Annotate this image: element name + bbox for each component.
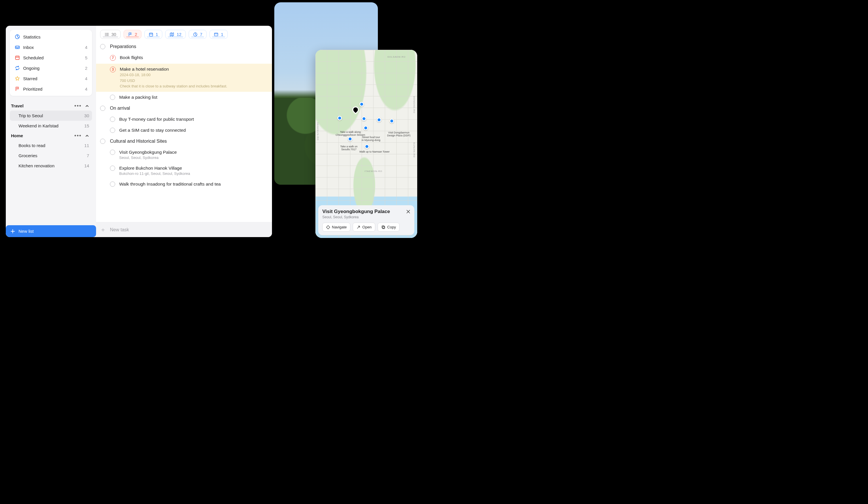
list-item[interactable]: Weekend in Karlstad15 bbox=[10, 121, 92, 131]
list-item[interactable]: Groceries7 bbox=[10, 151, 92, 161]
sidebar-nav-starred[interactable]: Starred4 bbox=[12, 73, 90, 84]
filter-chip-card[interactable]: 1 bbox=[209, 30, 227, 39]
section-title: Preparations bbox=[110, 44, 136, 49]
list-count: 30 bbox=[84, 113, 89, 118]
sync-icon bbox=[14, 65, 20, 71]
nav-card: StatisticsInbox4Scheduled5Ongoing2Starre… bbox=[10, 30, 92, 96]
list-name: Books to read bbox=[19, 143, 45, 148]
list-item[interactable]: Kitchen renovation14 bbox=[10, 161, 92, 171]
map-road-label: JAHAMUN-RO bbox=[317, 122, 319, 140]
task-checkbox[interactable] bbox=[110, 128, 115, 133]
map-road-label: ITAEWON-RO bbox=[364, 170, 382, 172]
task-row[interactable]: 3Make a hotel reservation2024-03-18, 18:… bbox=[96, 64, 272, 92]
section-checkbox[interactable] bbox=[100, 44, 105, 49]
map-detail-title: Visit Gyeongbokgung Palace bbox=[322, 209, 390, 214]
nav-label: Starred bbox=[23, 76, 37, 81]
task-date: 2024-03-18, 18:00 bbox=[120, 72, 268, 78]
section-header[interactable]: Preparations bbox=[96, 41, 272, 52]
task-row[interactable]: Walk through Insadong for traditional cr… bbox=[96, 179, 272, 190]
plus-icon: ＋ bbox=[100, 226, 106, 234]
chevron-up-icon[interactable] bbox=[85, 104, 89, 108]
navigate-label: Navigate bbox=[332, 225, 347, 229]
map-road-label: SOLSAEM-RO bbox=[388, 56, 406, 58]
chevron-up-icon[interactable] bbox=[85, 134, 89, 138]
chip-value: 30 bbox=[111, 32, 116, 37]
nav-label: Statistics bbox=[23, 34, 41, 39]
new-list-label: New list bbox=[19, 229, 34, 234]
sidebar-nav-statistics[interactable]: Statistics bbox=[12, 32, 90, 42]
section-checkbox[interactable] bbox=[100, 106, 105, 111]
task-title: Explore Bukchon Hanok Village bbox=[119, 165, 268, 171]
open-button[interactable]: Open bbox=[353, 223, 375, 232]
nav-count: 4 bbox=[85, 76, 87, 81]
navigate-button[interactable]: Navigate bbox=[322, 223, 350, 232]
open-icon bbox=[356, 225, 361, 229]
svg-rect-8 bbox=[214, 33, 218, 36]
filter-chip-list[interactable]: 30 bbox=[100, 30, 121, 39]
group-header-home[interactable]: Home••• bbox=[10, 131, 92, 140]
calendar-icon bbox=[149, 32, 153, 37]
map-pin[interactable] bbox=[364, 144, 369, 149]
task-checkbox[interactable] bbox=[110, 165, 115, 171]
flag-icon bbox=[128, 32, 133, 37]
sidebar-nav-scheduled[interactable]: Scheduled5 bbox=[12, 52, 90, 63]
copy-button[interactable]: Copy bbox=[378, 223, 400, 232]
task-title: Buy T-money card for public transport bbox=[119, 117, 268, 122]
map-pin[interactable] bbox=[390, 119, 394, 123]
task-row[interactable]: Buy T-money card for public transport bbox=[96, 114, 272, 125]
filter-chip-calendar[interactable]: 1 bbox=[144, 30, 162, 39]
section-title: On arrival bbox=[110, 106, 130, 111]
nav-label: Prioritized bbox=[23, 87, 42, 91]
task-checkbox[interactable] bbox=[110, 182, 115, 187]
task-row[interactable]: Visit Gyeongbokgung PalaceSeoul, Seoul, … bbox=[96, 147, 272, 163]
list-item[interactable]: Trip to Seoul30 bbox=[10, 111, 92, 121]
map-pin[interactable] bbox=[348, 137, 352, 141]
map-pin[interactable] bbox=[359, 102, 364, 107]
task-location: Bukchon-ro 11-gil, Seoul, Seoul, Sydkore… bbox=[119, 171, 268, 176]
task-list: Preparations7Book flights3Make a hotel r… bbox=[96, 41, 272, 222]
group-header-travel[interactable]: Travel••• bbox=[10, 101, 92, 111]
map-pin[interactable] bbox=[363, 125, 368, 130]
task-row[interactable]: Make a packing list bbox=[96, 92, 272, 103]
new-task-row[interactable]: ＋ New task bbox=[96, 222, 272, 237]
task-checkbox[interactable] bbox=[110, 117, 115, 122]
navigate-icon bbox=[326, 225, 330, 229]
map-pin[interactable] bbox=[337, 116, 342, 120]
close-icon[interactable] bbox=[406, 210, 410, 214]
filter-chip-row: 30211271 bbox=[96, 26, 272, 41]
sidebar-nav-inbox[interactable]: Inbox4 bbox=[12, 42, 90, 52]
task-checkbox[interactable] bbox=[110, 150, 115, 155]
sidebar: StatisticsInbox4Scheduled5Ongoing2Starre… bbox=[6, 26, 96, 237]
sidebar-nav-prioritized[interactable]: Prioritized4 bbox=[12, 84, 90, 94]
priority-badge: 3 bbox=[110, 67, 116, 72]
more-icon[interactable]: ••• bbox=[73, 133, 83, 139]
svg-rect-6 bbox=[149, 33, 153, 36]
task-row[interactable]: Get a SIM card to stay connected bbox=[96, 125, 272, 136]
task-row[interactable]: 7Book flights bbox=[96, 52, 272, 64]
map-detail-panel: Visit Gyeongbokgung Palace Seoul, Seoul,… bbox=[318, 205, 414, 235]
section-header[interactable]: On arrival bbox=[96, 103, 272, 114]
section-header[interactable]: Cultural and Historical Sites bbox=[96, 136, 272, 147]
calendar-icon bbox=[14, 55, 20, 61]
nav-label: Ongoing bbox=[23, 66, 40, 71]
filter-chip-map[interactable]: 12 bbox=[165, 30, 186, 39]
map-pin[interactable] bbox=[362, 117, 366, 121]
map-poi-label: Take a walk alongCheonggyecheon Stream bbox=[335, 131, 365, 137]
map-pin[interactable] bbox=[377, 118, 381, 122]
map-poi-label: Visit DongdaemunDesign Plaza (DDP) bbox=[387, 131, 411, 137]
priority-badge: 7 bbox=[110, 55, 116, 61]
filter-chip-pie[interactable]: 7 bbox=[189, 30, 207, 39]
chip-value: 2 bbox=[135, 32, 137, 37]
task-row[interactable]: Explore Bukchon Hanok VillageBukchon-ro … bbox=[96, 163, 272, 179]
sidebar-nav-ongoing[interactable]: Ongoing2 bbox=[12, 63, 90, 73]
list-item[interactable]: Books to read11 bbox=[10, 140, 92, 151]
task-checkbox[interactable] bbox=[110, 95, 115, 100]
main-panel: 30211271 Preparations7Book flights3Make … bbox=[96, 26, 272, 237]
more-icon[interactable]: ••• bbox=[73, 103, 83, 109]
map-road-label: EUNJIN-RO bbox=[413, 142, 415, 158]
section-checkbox[interactable] bbox=[100, 139, 105, 144]
new-list-button[interactable]: New list bbox=[6, 225, 96, 237]
map-detail-subtitle: Seoul, Seoul, Sydkorea bbox=[322, 215, 410, 219]
filter-chip-flag[interactable]: 2 bbox=[124, 30, 142, 39]
list-count: 14 bbox=[84, 163, 89, 168]
